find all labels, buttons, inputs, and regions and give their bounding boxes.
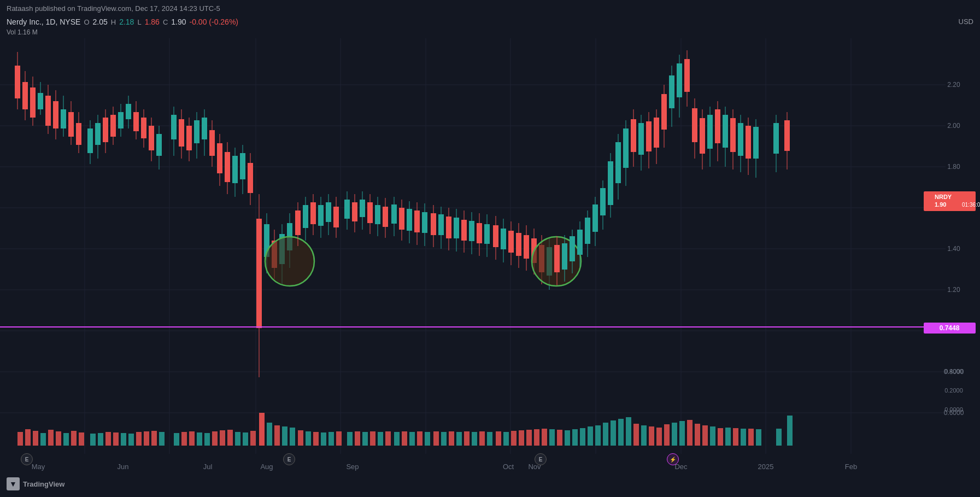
- svg-text:1.80: 1.80: [947, 163, 960, 171]
- event-icon-e3[interactable]: E: [535, 453, 547, 465]
- svg-rect-245: [235, 432, 240, 446]
- svg-rect-308: [725, 428, 731, 446]
- svg-rect-296: [633, 424, 639, 446]
- svg-rect-304: [695, 424, 700, 446]
- svg-rect-66: [194, 120, 199, 143]
- svg-text:0.7448: 0.7448: [940, 324, 960, 332]
- svg-rect-206: [730, 118, 736, 152]
- svg-text:Feb: Feb: [845, 463, 857, 471]
- svg-rect-208: [738, 123, 743, 156]
- high-label: H: [111, 18, 116, 26]
- svg-rect-50: [126, 104, 131, 119]
- svg-text:1.90: 1.90: [935, 201, 946, 208]
- svg-rect-243: [220, 430, 225, 446]
- svg-rect-212: [753, 127, 759, 159]
- svg-rect-288: [572, 429, 578, 446]
- stock-name: Nerdy Inc., 1D, NYSE: [7, 17, 80, 26]
- svg-rect-184: [646, 121, 652, 151]
- svg-text:2025: 2025: [758, 463, 774, 471]
- svg-rect-194: [684, 59, 690, 92]
- svg-rect-305: [702, 425, 708, 446]
- svg-rect-74: [225, 152, 230, 182]
- svg-rect-226: [79, 432, 84, 446]
- svg-text:Oct: Oct: [503, 463, 514, 471]
- svg-rect-222: [48, 430, 54, 446]
- svg-rect-56: [149, 126, 154, 150]
- close-value: 1.90: [171, 17, 186, 26]
- svg-rect-246: [243, 432, 248, 446]
- svg-rect-123: [414, 211, 420, 232]
- chart-container: Rataash published on TradingView.com, De…: [0, 0, 980, 497]
- svg-rect-249: [267, 423, 272, 446]
- svg-rect-310: [741, 429, 746, 446]
- event-icon-lightning[interactable]: ⚡: [667, 453, 679, 465]
- svg-rect-234: [144, 431, 149, 446]
- svg-text:0.4000: 0.4000: [944, 368, 963, 375]
- low-value: 1.86: [145, 17, 160, 26]
- svg-rect-166: [577, 230, 583, 255]
- svg-rect-42: [95, 123, 101, 145]
- svg-rect-261: [362, 432, 368, 446]
- svg-rect-200: [707, 115, 713, 149]
- svg-rect-299: [656, 428, 662, 446]
- svg-rect-278: [496, 431, 501, 446]
- svg-rect-263: [378, 432, 383, 446]
- svg-rect-314: [787, 416, 793, 446]
- svg-rect-311: [748, 429, 754, 446]
- svg-rect-107: [352, 202, 357, 221]
- svg-rect-133: [454, 218, 459, 238]
- svg-rect-290: [588, 426, 593, 446]
- svg-rect-295: [626, 417, 631, 446]
- svg-rect-111: [367, 202, 373, 223]
- svg-rect-293: [611, 420, 616, 446]
- svg-rect-68: [202, 118, 207, 139]
- svg-rect-62: [179, 119, 184, 147]
- svg-rect-214: [773, 123, 779, 154]
- svg-rect-198: [700, 118, 705, 154]
- svg-text:1.20: 1.20: [947, 286, 960, 294]
- svg-rect-174: [608, 161, 613, 205]
- event-icon-e2[interactable]: E: [283, 453, 295, 465]
- svg-rect-38: [76, 123, 81, 145]
- svg-rect-190: [669, 75, 674, 108]
- low-label: L: [137, 18, 141, 26]
- svg-rect-275: [472, 432, 477, 446]
- svg-rect-210: [746, 126, 751, 159]
- svg-rect-240: [197, 432, 202, 446]
- tv-text: TradingView: [23, 480, 64, 488]
- svg-rect-244: [227, 430, 233, 446]
- svg-rect-292: [603, 423, 608, 446]
- chart-svg: May Jun Jul Aug Sep Oct Nov Dec 2025 Feb…: [0, 0, 980, 497]
- svg-rect-26: [30, 87, 36, 118]
- svg-text:2.00: 2.00: [947, 122, 960, 130]
- event-icon-e1[interactable]: E: [21, 453, 33, 465]
- svg-rect-162: [562, 243, 567, 270]
- svg-rect-284: [542, 429, 547, 446]
- svg-rect-131: [446, 217, 451, 238]
- svg-rect-223: [56, 431, 61, 446]
- svg-rect-281: [519, 430, 524, 446]
- svg-rect-58: [156, 134, 162, 156]
- svg-rect-70: [209, 130, 215, 156]
- svg-point-91: [265, 237, 314, 286]
- svg-rect-34: [61, 109, 66, 128]
- svg-text:01:36:09: 01:36:09: [962, 202, 980, 208]
- svg-rect-289: [580, 428, 585, 446]
- svg-rect-224: [63, 433, 69, 446]
- svg-rect-287: [565, 430, 570, 446]
- svg-rect-236: [159, 432, 165, 446]
- svg-rect-274: [464, 431, 470, 446]
- svg-rect-230: [113, 432, 119, 446]
- svg-rect-44: [103, 118, 108, 142]
- svg-rect-241: [204, 433, 210, 446]
- svg-rect-273: [456, 432, 462, 446]
- svg-rect-127: [431, 213, 436, 235]
- svg-rect-248: [259, 413, 265, 446]
- svg-rect-40: [87, 128, 93, 153]
- svg-rect-301: [672, 423, 677, 446]
- svg-rect-149: [516, 233, 521, 256]
- svg-rect-188: [661, 94, 667, 130]
- svg-rect-121: [407, 209, 412, 231]
- svg-rect-221: [40, 433, 46, 446]
- svg-rect-258: [336, 431, 342, 446]
